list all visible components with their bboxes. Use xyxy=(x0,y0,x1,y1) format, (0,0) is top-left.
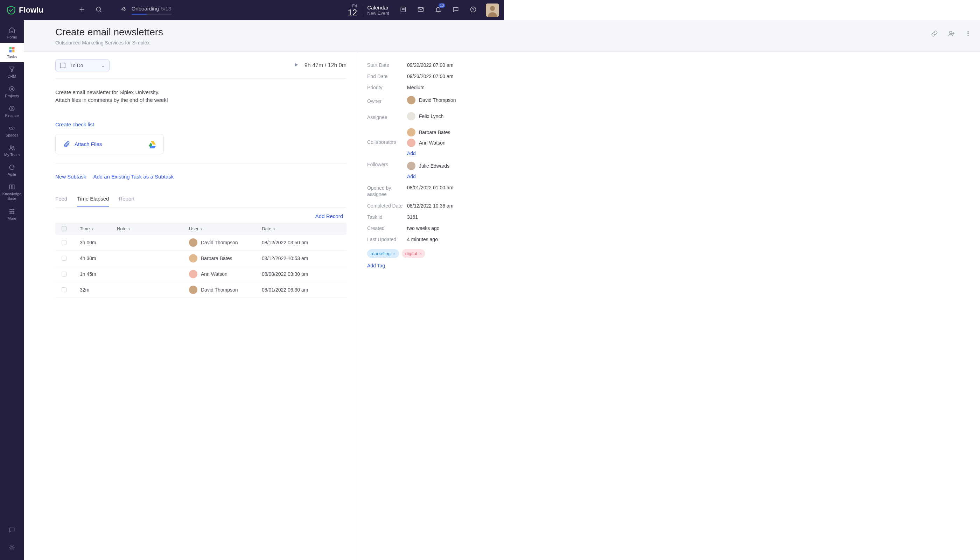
rail-tasks[interactable]: Tasks xyxy=(0,43,24,62)
person[interactable]: Ann Watson xyxy=(407,138,450,147)
team-icon xyxy=(8,144,15,151)
chat-icon[interactable] xyxy=(452,6,459,14)
pin-icon[interactable] xyxy=(120,6,127,14)
meta-priority-value: Medium xyxy=(407,85,425,90)
row-time: 4h 30m xyxy=(80,255,117,261)
svg-point-21 xyxy=(10,213,11,214)
meta-taskid-value: 3161 xyxy=(407,214,418,220)
rail-agile[interactable]: Agile xyxy=(0,160,24,180)
meta-created-label: Created xyxy=(367,225,407,231)
tag[interactable]: marketing× xyxy=(367,249,399,258)
attach-label: Attach Files xyxy=(75,141,102,147)
rail-myteam[interactable]: My Team xyxy=(0,141,24,160)
avatar xyxy=(189,270,197,278)
money-icon xyxy=(8,105,15,112)
svg-point-18 xyxy=(10,211,11,212)
rail-projects[interactable]: Projects xyxy=(0,82,24,102)
note-icon[interactable] xyxy=(400,6,407,14)
play-icon[interactable] xyxy=(293,62,299,69)
add-tag-link[interactable]: Add Tag xyxy=(367,263,385,268)
select-all-checkbox[interactable] xyxy=(62,226,67,231)
table-row[interactable]: 1h 45mAnn Watson08/08/2022 03:30 pm xyxy=(55,267,347,282)
avatar xyxy=(407,112,415,120)
close-icon[interactable]: × xyxy=(419,251,422,256)
attach-files-button[interactable]: Attach Files xyxy=(55,134,164,154)
page-header: Create email newsletters Outsourced Mark… xyxy=(24,20,504,52)
rail-finance[interactable]: Finance xyxy=(0,102,24,121)
google-drive-icon[interactable] xyxy=(148,140,157,148)
target-icon xyxy=(8,85,15,92)
help-icon[interactable] xyxy=(470,6,477,14)
profile-avatar[interactable] xyxy=(486,3,499,17)
date-block[interactable]: Fri 12 xyxy=(348,3,357,17)
search-icon[interactable] xyxy=(95,6,102,14)
owner-person[interactable]: David Thompson xyxy=(407,96,456,104)
row-date: 08/08/2022 03:30 pm xyxy=(262,271,314,277)
add-existing-subtask-link[interactable]: Add an Existing Task as a Subtask xyxy=(93,173,173,180)
table-row[interactable]: 32mDavid Thompson08/01/2022 06:30 am xyxy=(55,282,347,292)
rail-home[interactable]: Home xyxy=(0,23,24,43)
paperclip-icon xyxy=(63,140,70,148)
svg-point-16 xyxy=(12,209,13,210)
svg-point-23 xyxy=(13,213,14,214)
meta-start-label: Start Date xyxy=(367,62,407,68)
onboarding-label-text: Onboarding xyxy=(132,6,159,12)
rail-more[interactable]: More xyxy=(0,204,24,224)
col-date[interactable]: Date▾ xyxy=(262,226,314,232)
brand-logo[interactable]: Flowlu xyxy=(6,5,43,15)
row-user: David Thompson xyxy=(189,286,262,292)
add-collaborator-link[interactable]: Add xyxy=(407,150,450,156)
status-dropdown[interactable]: To Do ⌄ xyxy=(55,60,110,72)
tasks-icon xyxy=(8,46,15,53)
row-checkbox[interactable] xyxy=(62,272,67,277)
row-user: Ann Watson xyxy=(189,270,262,278)
onboarding-link[interactable]: Onboarding 5/13 xyxy=(132,6,172,12)
meta-end-value: 09/23/2022 07:00 am xyxy=(407,73,453,79)
rail-crm[interactable]: CRM xyxy=(0,62,24,82)
row-checkbox[interactable] xyxy=(62,256,67,261)
table-row[interactable]: 4h 30mBarbara Bates08/12/2022 10:53 am xyxy=(55,251,347,267)
col-note[interactable]: Note▾ xyxy=(117,226,189,232)
create-checklist-link[interactable]: Create check list xyxy=(55,122,94,127)
add-record-link[interactable]: Add Record xyxy=(315,213,343,219)
plus-icon[interactable] xyxy=(78,6,85,14)
avatar xyxy=(189,286,197,292)
person[interactable]: Barbara Bates xyxy=(407,128,450,137)
meta-assignee-label: Assignee xyxy=(367,115,407,120)
svg-point-5 xyxy=(490,6,495,11)
tab-time-elapsed[interactable]: Time Elapsed xyxy=(77,196,109,207)
close-icon[interactable]: × xyxy=(393,251,395,256)
row-date: 08/01/2022 06:30 am xyxy=(262,287,314,292)
mail-icon[interactable] xyxy=(417,6,424,14)
row-checkbox[interactable] xyxy=(62,240,67,245)
meta-taskid-label: Task id xyxy=(367,214,407,220)
table-row[interactable]: 3h 00mDavid Thompson08/12/2022 03:50 pm xyxy=(55,235,347,251)
tab-feed[interactable]: Feed xyxy=(55,196,67,207)
date-day: 12 xyxy=(348,8,357,17)
col-user[interactable]: User▾ xyxy=(189,226,262,232)
bell-icon[interactable]: 13 xyxy=(435,6,442,14)
task-tabs: Feed Time Elapsed Report xyxy=(55,196,347,208)
person[interactable]: Julie Edwards xyxy=(407,162,449,170)
svg-point-20 xyxy=(13,211,14,212)
grid-icon xyxy=(8,208,15,215)
page-subtitle: Outsourced Marketing Services for Simple… xyxy=(55,40,504,45)
task-description: Create email newsletter for Siplex Unive… xyxy=(55,79,347,122)
rail-spaces[interactable]: Spaces xyxy=(0,121,24,141)
tab-report[interactable]: Report xyxy=(118,196,134,207)
row-checkbox[interactable] xyxy=(62,287,67,292)
avatar xyxy=(407,138,415,147)
tag[interactable]: digital× xyxy=(402,249,426,258)
svg-point-15 xyxy=(10,209,11,210)
assignee-person[interactable]: Felix Lynch xyxy=(407,112,443,120)
svg-point-19 xyxy=(12,211,13,212)
meta-created-value: two weeks ago xyxy=(407,225,440,231)
status-checkbox[interactable] xyxy=(60,63,65,68)
new-subtask-link[interactable]: New Subtask xyxy=(55,173,86,180)
meta-collab-label: Collaborators xyxy=(367,139,407,145)
rail-kb[interactable]: Knowledge Base xyxy=(0,180,24,204)
calendar-link[interactable]: Calendar New Event xyxy=(367,5,389,16)
add-follower-link[interactable]: Add xyxy=(407,173,449,179)
col-time[interactable]: Time▾ xyxy=(80,226,117,232)
row-time: 1h 45m xyxy=(80,271,117,277)
